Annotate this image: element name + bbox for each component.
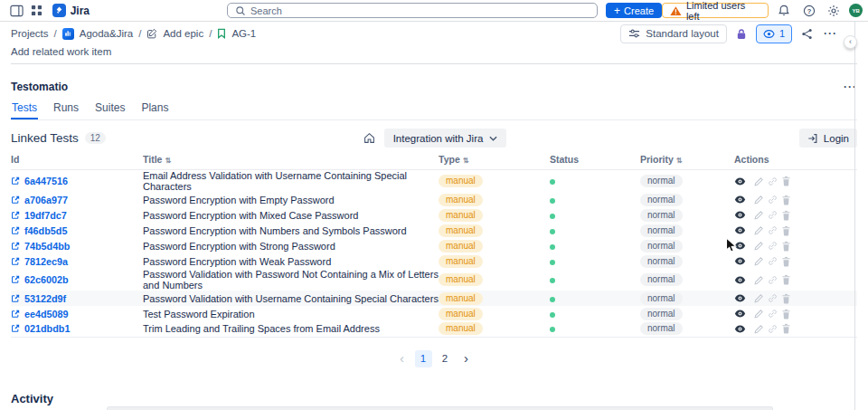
panel-tab-runs[interactable]: Runs [52,101,80,119]
layout-button[interactable]: Standard layout [620,24,727,43]
panel-tab-tests[interactable]: Tests [11,101,38,119]
delete-test-action[interactable] [781,323,791,334]
lock-button[interactable] [734,26,749,42]
table-row[interactable]: 7812ec9aPassword Encryption with Weak Pa… [11,253,857,269]
view-test-action[interactable] [734,308,746,319]
unlink-test-action[interactable] [768,293,778,303]
edit-test-action[interactable] [754,309,764,319]
panel-tab-suites[interactable]: Suites [94,101,126,119]
table-row[interactable]: 6a447516Email Address Validation with Us… [11,170,857,193]
sidebar-toggle-button[interactable] [7,2,27,20]
add-related-work-item[interactable]: Add related work item [11,45,857,64]
test-id-link[interactable]: 6a447516 [24,176,68,186]
watchers-button[interactable]: 1 [756,24,792,43]
pagination-page-2[interactable]: 2 [437,350,454,367]
user-avatar[interactable]: YB [849,4,863,17]
pagination-page-1[interactable]: 1 [415,350,432,367]
delete-test-action[interactable] [781,195,791,205]
unlink-test-action[interactable] [768,210,778,220]
table-row[interactable]: f46db5d5Password Encryption with Numbers… [11,223,857,238]
unlink-test-action[interactable] [768,256,778,266]
delete-test-action[interactable] [781,241,791,252]
external-link-icon [11,310,20,319]
edit-test-action[interactable] [754,324,764,334]
unlink-test-action[interactable] [768,309,778,319]
edit-test-action[interactable] [754,176,764,186]
table-row[interactable]: ee4d5089Test Password Expirationmanualno… [11,306,857,321]
breadcrumb-add-epic[interactable]: Add epic [163,28,203,39]
test-id-link[interactable]: 53122d9f [24,293,66,304]
search-bar[interactable] [227,3,598,18]
test-id-link[interactable]: a706a977 [24,195,68,205]
unlink-test-action[interactable] [768,241,778,251]
settings-button[interactable] [824,2,844,20]
delete-test-action[interactable] [781,274,791,285]
unlink-test-action[interactable] [768,324,778,334]
column-header-title[interactable]: Title⇅ [143,151,439,170]
table-row[interactable]: 74b5d4bbPassword Encryption with Strong … [11,238,857,253]
notifications-button[interactable] [774,2,794,20]
test-id-link[interactable]: 62c6002b [24,274,69,285]
test-id-link[interactable]: ee4d5089 [24,309,69,319]
table-row[interactable]: a706a977Password Encryption with Empty P… [11,192,857,207]
unlink-test-action[interactable] [768,275,778,285]
page-more-button[interactable]: ··· [822,25,839,42]
breadcrumb-project[interactable]: Agoda&Jira [80,28,133,39]
table-row[interactable]: 19df7dc7Password Encryption with Mixed C… [11,207,857,223]
breadcrumb-projects[interactable]: Projects [11,28,49,39]
test-id-link[interactable]: 19df7dc7 [24,210,67,221]
view-test-action[interactable] [734,274,746,286]
edit-test-action[interactable] [754,256,764,266]
priority-badge: normal [640,194,683,206]
table-row[interactable]: 021dbdb1Trim Leading and Trailing Spaces… [11,321,857,337]
edit-test-action[interactable] [754,293,764,303]
delete-test-action[interactable] [781,256,791,267]
delete-test-action[interactable] [781,225,791,236]
view-test-action[interactable] [734,176,746,187]
delete-test-action[interactable] [781,210,791,221]
table-row[interactable]: 53122d9fPassword Validation with Usernam… [11,291,857,306]
test-id-link[interactable]: f46db5d5 [24,225,67,236]
edit-test-action[interactable] [754,210,764,220]
unlink-test-action[interactable] [768,225,778,235]
view-test-action[interactable] [734,240,746,252]
test-id-link[interactable]: 7812ec9a [24,256,68,267]
app-switcher-button[interactable] [27,2,47,20]
jira-home-link[interactable]: Jira [52,4,90,17]
edit-test-action[interactable] [754,275,764,285]
home-button[interactable] [362,130,377,146]
test-id-link[interactable]: 74b5d4bb [24,241,70,252]
view-test-action[interactable] [734,194,746,205]
column-header-priority[interactable]: Priority⇅ [640,151,734,170]
view-test-action[interactable] [734,255,746,267]
login-button[interactable]: Login [799,129,857,148]
edit-test-action[interactable] [754,195,764,205]
delete-test-action[interactable] [781,176,791,186]
edit-test-action[interactable] [754,225,764,235]
unlink-test-action[interactable] [768,176,778,186]
breadcrumb-issue[interactable]: AG-1 [231,28,256,39]
search-input[interactable] [250,5,590,16]
type-badge: manual [439,194,483,206]
pagination-prev-button[interactable]: ‹ [394,352,410,365]
delete-test-action[interactable] [781,293,791,304]
table-row[interactable]: 62c6002bPassword Validation with Passwor… [11,269,857,291]
test-id-link[interactable]: 021dbdb1 [24,323,70,334]
edit-test-action[interactable] [754,241,764,251]
share-button[interactable] [799,26,815,42]
delete-test-action[interactable] [781,309,791,319]
panel-tab-plans[interactable]: Plans [140,101,169,119]
view-test-action[interactable] [734,209,746,221]
pagination-next-button[interactable]: › [458,352,475,365]
view-test-action[interactable] [734,323,746,335]
unlink-test-action[interactable] [768,195,778,205]
help-button[interactable]: ? [799,2,819,20]
column-header-type[interactable]: Type⇅ [439,151,550,170]
create-button[interactable]: + Create [606,3,662,18]
project-selector[interactable]: Integration with Jira [384,129,507,148]
limited-users-badge[interactable]: Limited users left [662,3,769,18]
view-test-action[interactable] [734,292,746,304]
view-test-action[interactable] [734,224,746,236]
collapse-panel-button[interactable]: ‹ [844,35,857,49]
delete-icon [781,241,791,252]
